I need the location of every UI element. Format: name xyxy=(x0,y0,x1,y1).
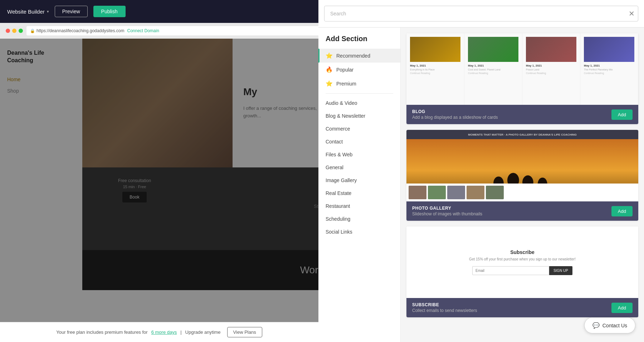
blog-card-1: May 1, 2021 Everything in its Place Cont… xyxy=(406,33,464,105)
gallery-thumbnails xyxy=(406,184,638,201)
contact-us-button[interactable]: 💬 Contact Us xyxy=(584,317,635,333)
panel-body: Add Section ⭐ Recommended 🔥 Popular ⭐ Pr… xyxy=(318,28,644,342)
blog-card-image-3 xyxy=(526,37,576,62)
thumb-4 xyxy=(467,186,484,199)
cat-restaurant[interactable]: Restaurant xyxy=(318,200,400,212)
add-blog-button[interactable]: Add xyxy=(611,109,633,120)
preview-button[interactable]: Preview xyxy=(55,6,88,17)
view-plans-button[interactable]: View Plans xyxy=(227,327,262,337)
blog-card-title-3: May 1, 2021 xyxy=(526,64,576,67)
dot-yellow xyxy=(12,29,16,33)
section-card-gallery: MOMENTS THAT MATTER · A PHOTO GALLERY BY… xyxy=(406,130,638,221)
section-name-subscribe: SUBSCRIBE xyxy=(412,302,477,307)
contact-us-label: Contact Us xyxy=(602,323,627,328)
section-footer-blog: BLOG Add a blog displayed as a slideshow… xyxy=(406,105,638,124)
browser-dots xyxy=(6,29,23,33)
add-section-panel: ✕ Add Section ⭐ Recommended 🔥 Popular ⭐ … xyxy=(318,0,644,342)
chevron-down-icon: ▾ xyxy=(47,9,49,14)
blog-card-link-4: Continue Reading xyxy=(584,72,634,74)
thumb-3 xyxy=(447,186,465,199)
add-subscribe-button[interactable]: Add xyxy=(611,303,633,313)
thumb-5 xyxy=(486,186,504,199)
blog-card-2: May 1, 2021 Cool and Sweet: Planet Land … xyxy=(464,33,522,105)
active-bar xyxy=(318,49,319,63)
cat-social-links[interactable]: Social Links xyxy=(318,225,400,238)
blog-card-date-1: Everything in its Place xyxy=(410,68,460,71)
upgrade-link[interactable]: 6 more days xyxy=(151,329,177,335)
cat-real-estate-label: Real Estate xyxy=(326,190,351,196)
brand-name: Website Builder xyxy=(7,9,45,15)
blog-card-date-3: Peace Land xyxy=(526,68,576,71)
separator: | xyxy=(180,329,181,335)
cat-files-web-label: Files & Web xyxy=(326,152,352,157)
section-preview-subscribe: Subscribe Get 15% off your first purchas… xyxy=(406,226,638,298)
blog-card-image-2 xyxy=(468,37,518,62)
connect-domain-link[interactable]: Connect Domain xyxy=(127,28,159,33)
blog-card-3: May 1, 2021 Peace Land Continue Reading xyxy=(522,33,580,105)
section-footer-gallery: PHOTO GALLERY Slideshow of images with t… xyxy=(406,201,638,221)
section-footer-subscribe: SUBSCRIBE Collect emails to send newslet… xyxy=(406,298,638,317)
cat-image-gallery-label: Image Gallery xyxy=(326,177,357,183)
cat-general-label: General xyxy=(326,165,343,170)
section-info-gallery: PHOTO GALLERY Slideshow of images with t… xyxy=(412,206,482,216)
category-divider xyxy=(326,93,393,94)
section-name-gallery: PHOTO GALLERY xyxy=(412,206,482,211)
cat-contact-label: Contact xyxy=(326,139,343,145)
upgrade-bar: Your free plan includes premium features… xyxy=(0,322,318,342)
blog-card-image-4 xyxy=(584,37,634,62)
subscribe-form: SIGN UP xyxy=(472,266,572,275)
cat-audio-video-label: Audio & Video xyxy=(326,100,357,106)
subscribe-signup-button[interactable]: SIGN UP xyxy=(549,266,572,275)
cat-files-web[interactable]: Files & Web xyxy=(318,148,400,161)
cat-image-gallery[interactable]: Image Gallery xyxy=(318,174,400,187)
subscribe-email-input[interactable] xyxy=(472,266,549,275)
blog-card-link-1: Continue Reading xyxy=(410,72,460,74)
cat-contact[interactable]: Contact xyxy=(318,135,400,148)
section-card-subscribe: Subscribe Get 15% off your first purchas… xyxy=(406,226,638,317)
cat-commerce-label: Commerce xyxy=(326,126,350,132)
thumb-2 xyxy=(428,186,446,199)
search-bar: ✕ xyxy=(318,0,644,28)
section-info-subscribe: SUBSCRIBE Collect emails to send newslet… xyxy=(412,302,477,313)
cat-recommended[interactable]: ⭐ Recommended xyxy=(318,49,400,63)
url-text: https://deannaslifecoaching.godaddysites… xyxy=(36,28,125,33)
dot-green xyxy=(19,29,23,33)
search-input[interactable] xyxy=(324,6,638,21)
subscribe-desc: Get 15% off your first purchase when you… xyxy=(469,257,576,261)
cat-audio-video[interactable]: Audio & Video xyxy=(318,97,400,109)
upgrade-anytime-text: Upgrade anytime xyxy=(185,329,221,335)
panel-sidebar: Add Section ⭐ Recommended 🔥 Popular ⭐ Pr… xyxy=(318,28,401,342)
add-gallery-button[interactable]: Add xyxy=(611,206,633,216)
cat-premium-label: Premium xyxy=(336,81,356,87)
cat-popular[interactable]: 🔥 Popular xyxy=(318,63,400,77)
blog-card-title-4: May 1, 2021 xyxy=(584,64,634,67)
publish-button[interactable]: Publish xyxy=(93,6,126,17)
popular-icon: 🔥 xyxy=(326,66,333,73)
cat-real-estate[interactable]: Real Estate xyxy=(318,187,400,200)
chat-icon: 💬 xyxy=(592,322,600,329)
section-info-blog: BLOG Add a blog displayed as a slideshow… xyxy=(412,109,498,120)
section-preview-blog: May 1, 2021 Everything in its Place Cont… xyxy=(406,33,638,105)
cat-general[interactable]: General xyxy=(318,161,400,174)
blog-card-link-3: Continue Reading xyxy=(526,72,576,74)
cat-premium[interactable]: ⭐ Premium xyxy=(318,77,400,91)
panel-title: Add Section xyxy=(318,35,400,49)
brand-title[interactable]: Website Builder ▾ xyxy=(7,9,49,15)
cat-restaurant-label: Restaurant xyxy=(326,203,350,209)
subscribe-title: Subscribe xyxy=(510,249,535,255)
section-name-blog: BLOG xyxy=(412,109,498,114)
cat-blog-newsletter[interactable]: Blog & Newsletter xyxy=(318,109,400,122)
close-icon[interactable]: ✕ xyxy=(629,10,635,17)
blog-card-link-2: Continue Reading xyxy=(468,72,518,74)
cat-commerce[interactable]: Commerce xyxy=(318,122,400,135)
cat-popular-label: Popular xyxy=(336,67,353,73)
recommended-icon: ⭐ xyxy=(326,52,333,59)
section-preview-gallery: MOMENTS THAT MATTER · A PHOTO GALLERY BY… xyxy=(406,130,638,201)
lock-icon: 🔒 xyxy=(30,29,35,33)
blog-card-title-1: May 1, 2021 xyxy=(410,64,460,67)
premium-icon: ⭐ xyxy=(326,80,333,87)
dot-red xyxy=(6,29,10,33)
blog-card-image-1 xyxy=(410,37,460,62)
gallery-header: MOMENTS THAT MATTER · A PHOTO GALLERY BY… xyxy=(406,130,638,139)
cat-scheduling[interactable]: Scheduling xyxy=(318,212,400,225)
